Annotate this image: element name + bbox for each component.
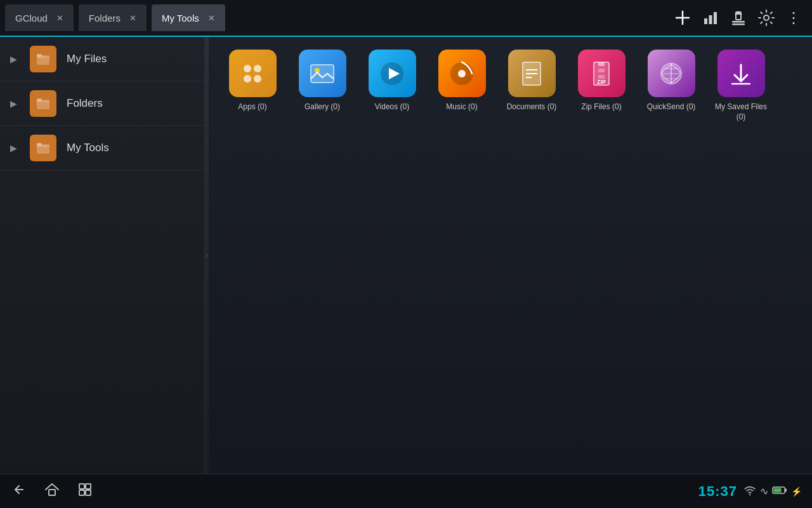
tab-close-gcloud[interactable]: ✕ <box>56 13 63 23</box>
more-button[interactable]: ⋮ <box>786 9 802 27</box>
svg-rect-15 <box>37 144 49 154</box>
svg-text:ZIP: ZIP <box>597 79 606 85</box>
grid-label-videos: Videos (0) <box>375 102 409 112</box>
svg-rect-40 <box>79 484 84 489</box>
tab-folders[interactable]: Folders✕ <box>79 4 147 31</box>
tab-label-gcloud: GCloud <box>15 13 48 23</box>
sidebar-folder-icon-mytools <box>30 135 56 161</box>
battery-icon <box>772 486 787 497</box>
tab-bar: GCloud✕Folders✕My Tools✕ <box>0 0 812 37</box>
tab-close-mytools[interactable]: ✕ <box>208 13 215 23</box>
sidebar-item-mytools[interactable]: ▶ My Tools <box>0 126 204 170</box>
grid-label-zipfiles: Zip Files (0) <box>581 102 621 112</box>
svg-rect-11 <box>37 55 49 65</box>
grid-item-videos[interactable]: Videos (0) <box>363 50 421 112</box>
stats-button[interactable] <box>702 10 719 26</box>
grid-item-apps[interactable]: Apps (0) <box>224 50 281 112</box>
add-button[interactable] <box>674 10 691 26</box>
svg-point-10 <box>764 15 769 20</box>
sidebar-arrow-folders: ▶ <box>10 98 17 109</box>
svg-rect-21 <box>311 65 334 83</box>
svg-rect-32 <box>598 62 605 66</box>
grid-label-quicksend: QuickSend (0) <box>647 102 696 112</box>
upload-button[interactable] <box>730 10 747 26</box>
grid-item-gallery[interactable]: Gallery (0) <box>294 50 351 112</box>
sidebar-label-myfiles: My Files <box>67 53 107 65</box>
svg-point-20 <box>254 75 261 83</box>
back-button[interactable] <box>10 481 28 502</box>
content-area: Apps (0) Gallery (0) Videos (0) Music (0… <box>209 37 812 474</box>
grid-icon-mysavedfiles <box>717 50 765 97</box>
sidebar-arrow-myfiles: ▶ <box>10 54 17 64</box>
svg-rect-3 <box>709 15 712 24</box>
svg-rect-2 <box>704 18 707 24</box>
grid-item-music[interactable]: Music (0) <box>433 50 490 112</box>
grid-icon-zipfiles: ZIP <box>578 50 625 97</box>
grid-label-music: Music (0) <box>446 102 477 112</box>
clock: 15:37 <box>698 483 737 500</box>
svg-rect-13 <box>37 100 49 109</box>
sidebar-collapse-handle[interactable]: › <box>205 37 209 474</box>
grid-icon-gallery <box>299 50 346 97</box>
svg-rect-16 <box>37 143 42 145</box>
grid-icon-music <box>438 50 486 97</box>
tab-mytools[interactable]: My Tools✕ <box>152 4 225 31</box>
icon-grid: Apps (0) Gallery (0) Videos (0) Music (0… <box>224 50 797 122</box>
svg-rect-12 <box>37 54 42 57</box>
svg-rect-5 <box>732 21 745 23</box>
svg-rect-41 <box>86 484 91 489</box>
grid-item-documents[interactable]: Documents (0) <box>503 50 560 112</box>
svg-rect-14 <box>37 98 42 101</box>
wifi-icon <box>743 484 756 498</box>
grid-label-gallery: Gallery (0) <box>304 102 340 112</box>
svg-rect-46 <box>785 489 787 492</box>
settings-button[interactable] <box>758 10 775 26</box>
charge-icon: ⚡ <box>791 486 802 497</box>
svg-point-26 <box>458 70 466 77</box>
chevron-left-icon: › <box>206 251 208 260</box>
svg-rect-47 <box>774 488 782 493</box>
sidebar-item-myfiles[interactable]: ▶ My Files <box>0 37 204 81</box>
top-actions: ⋮ <box>674 9 807 27</box>
svg-point-17 <box>244 65 251 72</box>
status-right: 15:37 ∿ ⚡ <box>698 483 802 500</box>
bluetooth-icon: ∿ <box>760 485 768 497</box>
grid-icon-videos <box>369 50 416 97</box>
home-button[interactable] <box>43 481 61 502</box>
svg-rect-39 <box>49 490 55 495</box>
tab-close-folders[interactable]: ✕ <box>129 13 136 23</box>
svg-rect-33 <box>598 69 605 72</box>
grid-icon-documents <box>508 50 556 97</box>
sidebar: ▶ My Files ▶ Folders ▶ My Tools <box>0 37 205 474</box>
recents-button[interactable] <box>76 481 94 502</box>
sidebar-item-folders[interactable]: ▶ Folders <box>0 81 204 126</box>
svg-rect-4 <box>714 12 717 24</box>
grid-item-quicksend[interactable]: QuickSend (0) <box>643 50 700 112</box>
sidebar-folder-icon-myfiles <box>30 46 56 72</box>
grid-label-documents: Documents (0) <box>507 102 557 112</box>
sidebar-label-folders: Folders <box>67 97 103 110</box>
sidebar-folder-icon-folders <box>30 90 56 117</box>
status-bar: 15:37 ∿ ⚡ <box>0 474 812 508</box>
grid-icon-apps <box>229 50 277 97</box>
svg-point-19 <box>244 75 251 83</box>
sidebar-label-mytools: My Tools <box>67 142 109 154</box>
svg-point-44 <box>749 494 750 495</box>
grid-item-zipfiles[interactable]: ZIP Zip Files (0) <box>573 50 630 112</box>
grid-icon-quicksend <box>648 50 695 97</box>
svg-rect-43 <box>86 490 91 495</box>
grid-item-mysavedfiles[interactable]: My Saved Files (0) <box>712 50 769 122</box>
main-area: ▶ My Files ▶ Folders ▶ My Tools › <box>0 37 812 474</box>
grid-label-mysavedfiles: My Saved Files (0) <box>712 102 769 122</box>
tab-label-mytools: My Tools <box>162 13 199 23</box>
grid-label-apps: Apps (0) <box>238 102 266 112</box>
tab-label-folders: Folders <box>89 13 121 23</box>
tab-gcloud[interactable]: GCloud✕ <box>5 4 74 31</box>
sidebar-arrow-mytools: ▶ <box>10 143 17 153</box>
svg-point-18 <box>254 65 261 72</box>
status-icons: ∿ ⚡ <box>743 484 802 498</box>
svg-rect-6 <box>732 23 745 25</box>
svg-rect-42 <box>79 490 84 495</box>
status-left <box>10 481 94 502</box>
sidebar-wrapper: ▶ My Files ▶ Folders ▶ My Tools › <box>0 37 209 474</box>
